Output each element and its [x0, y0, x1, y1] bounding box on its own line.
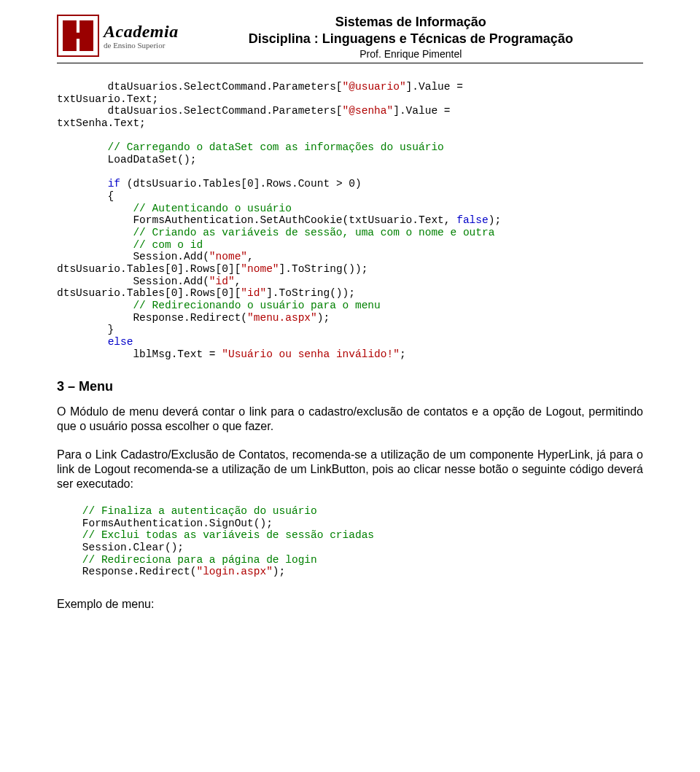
code-string: "@senha" [343, 105, 394, 117]
code-line: .SetAuthCookie(txtUsuario.Text, [254, 214, 456, 226]
code-comment: // Redireciona para a página de login [57, 554, 317, 566]
code-line [57, 518, 82, 529]
header-line2: Disciplina : Linguagens e Técnicas de Pr… [179, 31, 643, 47]
code-line: ].ToString()); [266, 287, 355, 299]
code-string: "menu.aspx" [247, 312, 317, 324]
code-line: ); [317, 312, 330, 324]
code-line: dtaUsuarios.SelectCommand.Parameters[ [57, 105, 343, 117]
code-line: { [57, 190, 114, 202]
code-line: txtSenha.Text; [57, 117, 146, 129]
header-titles: Sistemas de Informação Disciplina : Ling… [179, 15, 643, 60]
code-string: "Usuário ou senha inválido!" [222, 348, 400, 360]
code-line [57, 214, 133, 226]
page-header: Academia de Ensino Superior Sistemas de … [57, 15, 643, 60]
code-line: , [247, 251, 260, 262]
code-block-2: // Finaliza a autenticação do usuário Fo… [57, 505, 643, 578]
paragraph-2: Para o Link Cadastro/Exclusão de Contato… [57, 448, 643, 491]
code-line: } [57, 324, 114, 335]
institution-logo: Academia de Ensino Superior [57, 15, 179, 57]
header-line3: Prof. Enrique Pimentel [179, 48, 643, 60]
code-line: (dtsUsuario.Tables[0].Rows.Count > 0) [120, 178, 362, 190]
code-keyword: else [108, 336, 133, 348]
page-root: Academia de Ensino Superior Sistemas de … [0, 0, 700, 641]
footer-label: Exemplo de menu: [57, 597, 643, 612]
code-string: "nome" [241, 263, 279, 275]
code-line: txtUsuario.Text; [57, 93, 158, 105]
code-line: ); [489, 214, 501, 226]
code-comment: // Finaliza a autenticação do usuário [57, 505, 317, 517]
code-line: Session.Add( [57, 276, 209, 287]
code-line: Response.Redirect( [57, 566, 196, 577]
paragraph-1: O Módulo de menu deverá contar o link pa… [57, 405, 643, 433]
code-line: LoadDataSet(); [57, 154, 196, 165]
code-line [57, 178, 108, 190]
code-line: ].Value = [393, 105, 456, 117]
header-line1: Sistemas de Informação [179, 15, 643, 30]
code-string: "@usuario" [343, 81, 406, 93]
logo-text: Academia de Ensino Superior [104, 23, 179, 50]
code-line: Response.Redirect( [57, 312, 247, 324]
code-line: ); [273, 566, 285, 577]
code-line: ; [400, 348, 406, 360]
code-comment: // Redirecionando o usuário para o menu [57, 300, 381, 311]
logo-name: Academia [104, 23, 179, 40]
code-line: dtaUsuarios.SelectCommand.Parameters[ [57, 81, 343, 93]
code-string: "nome" [209, 251, 247, 262]
code-line: ].Value = [406, 81, 470, 93]
code-comment: // Criando as variáveis de sessão, uma c… [57, 227, 494, 238]
code-line: ].ToString()); [279, 263, 368, 275]
code-line: Session.Clear(); [57, 542, 184, 553]
code-comment: // Autenticando o usuário [57, 203, 292, 214]
code-block-1: dtaUsuarios.SelectCommand.Parameters["@u… [57, 81, 643, 360]
header-divider [57, 63, 643, 63]
code-comment: // Exclui todas as variáveis de sessão c… [57, 529, 374, 541]
code-string: "id" [241, 287, 266, 299]
alpha-logo-icon [57, 15, 99, 57]
code-string: "login.aspx" [196, 566, 272, 577]
code-line: , [235, 276, 247, 287]
code-line: dtsUsuario.Tables[0].Rows[0][ [57, 263, 241, 275]
section-3-title: 3 – Menu [57, 379, 643, 394]
code-type: FormsAuthentication [82, 518, 203, 529]
code-line: .SignOut(); [203, 518, 273, 529]
code-string: "id" [209, 276, 235, 287]
logo-subtitle: de Ensino Superior [104, 42, 179, 50]
code-type: FormsAuthentication [133, 214, 253, 226]
code-line [57, 336, 108, 348]
code-comment: // Carregando o dataSet com as informaçõ… [57, 141, 444, 153]
code-line: Session.Add( [57, 251, 209, 262]
code-comment: // com o id [57, 239, 203, 251]
code-line: lblMsg.Text = [57, 348, 222, 360]
code-line: dtsUsuario.Tables[0].Rows[0][ [57, 287, 241, 299]
code-keyword: if [108, 178, 120, 190]
code-keyword: false [456, 214, 489, 226]
